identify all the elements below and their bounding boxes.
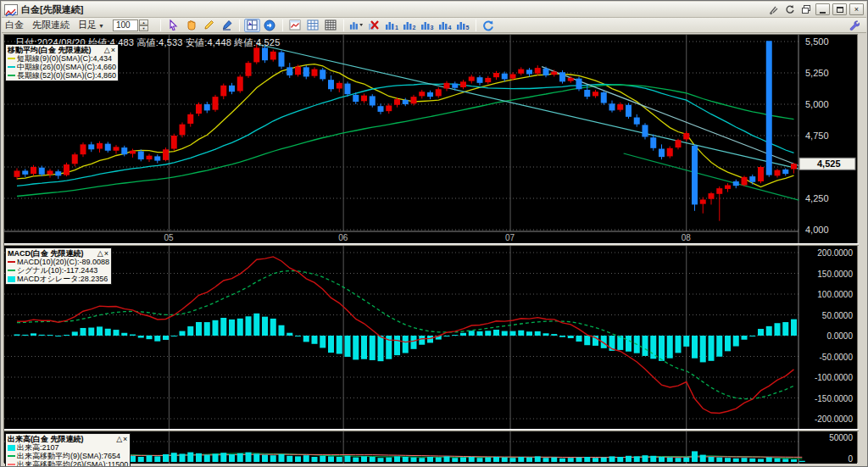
volume-bar bbox=[303, 455, 309, 462]
macd-histogram-bar bbox=[180, 331, 186, 336]
candle bbox=[370, 96, 376, 105]
macd-histogram-bar bbox=[477, 331, 483, 336]
macd-histogram-bar bbox=[758, 329, 764, 336]
candle bbox=[237, 76, 243, 91]
spin-down-icon[interactable]: ▼ bbox=[139, 25, 148, 31]
volume-bar bbox=[551, 458, 557, 462]
macd-histogram-bar bbox=[716, 336, 722, 357]
candle bbox=[303, 67, 309, 76]
candle bbox=[775, 170, 781, 176]
refresh-window-icon[interactable] bbox=[783, 4, 797, 15]
hand-tool-icon[interactable] bbox=[183, 19, 199, 32]
candle bbox=[262, 47, 268, 60]
dense-grid-icon[interactable] bbox=[323, 19, 339, 32]
macd-panel[interactable]: 200.0000150.0000100.000050.00000.0000-50… bbox=[4, 246, 857, 429]
legend-minimize-close-icons[interactable]: △× bbox=[91, 249, 109, 258]
candle bbox=[154, 156, 160, 160]
macd-histogram-bar bbox=[229, 320, 235, 336]
candle bbox=[650, 137, 656, 148]
macd-histogram-bar bbox=[551, 334, 557, 336]
crosshair-tool-icon[interactable] bbox=[244, 19, 260, 32]
volume-bar bbox=[171, 453, 177, 462]
chevron-down-icon: ▼ bbox=[98, 23, 104, 29]
macd-histogram-bar bbox=[196, 322, 202, 336]
macd-histogram-bar bbox=[543, 333, 549, 336]
volume-bar bbox=[742, 458, 748, 462]
grid-icon[interactable] bbox=[305, 19, 321, 32]
main-price-panel[interactable]: 5,5005,2505,0004,7504,2504,000050607084,… bbox=[4, 35, 857, 243]
volume-bar bbox=[229, 454, 235, 462]
spin-up-icon[interactable]: ▲ bbox=[139, 19, 148, 25]
svg-text:0.0000: 0.0000 bbox=[826, 331, 853, 341]
candle bbox=[485, 78, 491, 82]
panel-1-icon[interactable]: 1 bbox=[384, 19, 400, 32]
reload-icon[interactable] bbox=[481, 19, 497, 32]
svg-text:50000: 50000 bbox=[829, 433, 853, 442]
marker-tool-icon[interactable] bbox=[219, 19, 235, 32]
legend-minimize-close-icons[interactable]: △× bbox=[97, 46, 116, 54]
volume-bar bbox=[220, 453, 226, 462]
candle bbox=[709, 193, 715, 199]
volume-bar bbox=[593, 458, 598, 462]
svg-text:-150.0000: -150.0000 bbox=[815, 394, 853, 403]
volume-bar bbox=[196, 453, 202, 462]
candle bbox=[147, 156, 153, 159]
volume-bar bbox=[187, 453, 193, 462]
volume-bar bbox=[469, 457, 475, 462]
candle bbox=[692, 146, 698, 205]
volume-bar bbox=[138, 457, 144, 462]
bar-count-stepper[interactable]: 100 ▲▼ bbox=[113, 19, 148, 31]
svg-text:1: 1 bbox=[395, 25, 398, 31]
macd-histogram-bar bbox=[378, 336, 384, 361]
close-button[interactable]: × bbox=[849, 3, 864, 15]
volume-panel[interactable]: 500000 bbox=[4, 431, 857, 464]
copy-window-icon[interactable] bbox=[799, 4, 813, 15]
macd-histogram-bar bbox=[328, 336, 334, 353]
macd-histogram-bar bbox=[31, 333, 36, 336]
maximize-button[interactable] bbox=[832, 3, 847, 15]
app-window: 白金[先限連続] × 白金 先限連続 日足▼ 100 ▲▼ bbox=[0, 0, 868, 467]
legend-minimize-close-icons[interactable]: △× bbox=[109, 435, 128, 443]
macd-histogram-bar bbox=[452, 335, 458, 336]
legend-item: MACD(10)(20)(C):-89.0088 bbox=[8, 258, 109, 266]
volume-bar bbox=[799, 461, 805, 462]
volume-bar bbox=[709, 457, 715, 462]
legend-item: 長期線(52)(0)(SMA)(C):4,860 bbox=[8, 71, 116, 80]
panel-3-icon[interactable]: 3 bbox=[420, 19, 436, 32]
volume-bar bbox=[444, 456, 450, 462]
volume-bar bbox=[559, 459, 565, 462]
titlebar[interactable]: 白金[先限連続] × bbox=[2, 2, 866, 18]
volume-bar bbox=[683, 458, 689, 462]
timeframe-select[interactable]: 日足▼ bbox=[78, 19, 104, 31]
scroll-mode-icon[interactable] bbox=[262, 19, 278, 32]
panel-4-icon[interactable]: 4 bbox=[437, 19, 453, 32]
svg-text:4,000: 4,000 bbox=[805, 225, 829, 235]
pencil-tool-icon[interactable] bbox=[201, 19, 217, 32]
wrench-icon[interactable] bbox=[846, 19, 862, 32]
macd-histogram-bar bbox=[114, 330, 120, 336]
select-cursor-icon[interactable] bbox=[165, 19, 181, 32]
candle bbox=[55, 171, 61, 175]
volume-bar bbox=[493, 457, 499, 462]
candle bbox=[477, 77, 483, 83]
volume-bar bbox=[568, 458, 574, 462]
macd-histogram-bar bbox=[419, 336, 425, 345]
candle bbox=[683, 133, 689, 139]
candle bbox=[601, 92, 607, 103]
panel-2-icon[interactable]: 2 bbox=[402, 19, 418, 32]
svg-text:4,250: 4,250 bbox=[805, 193, 829, 203]
chart-window-icon[interactable] bbox=[287, 19, 303, 32]
candle bbox=[584, 90, 590, 97]
candle bbox=[22, 170, 28, 174]
macd-histogram-bar bbox=[246, 316, 252, 336]
bar-chart-menu-icon[interactable] bbox=[348, 19, 364, 32]
pin-icon[interactable] bbox=[767, 4, 781, 15]
minimize-button[interactable] bbox=[815, 3, 830, 15]
bar-count-input[interactable]: 100 bbox=[113, 19, 138, 31]
panel-5-icon[interactable]: 5 bbox=[455, 19, 471, 32]
candle bbox=[253, 47, 259, 62]
volume-bar bbox=[394, 456, 400, 462]
macd-histogram-bar bbox=[262, 317, 268, 336]
candle bbox=[766, 41, 772, 175]
delete-indicator-icon[interactable] bbox=[366, 19, 382, 32]
